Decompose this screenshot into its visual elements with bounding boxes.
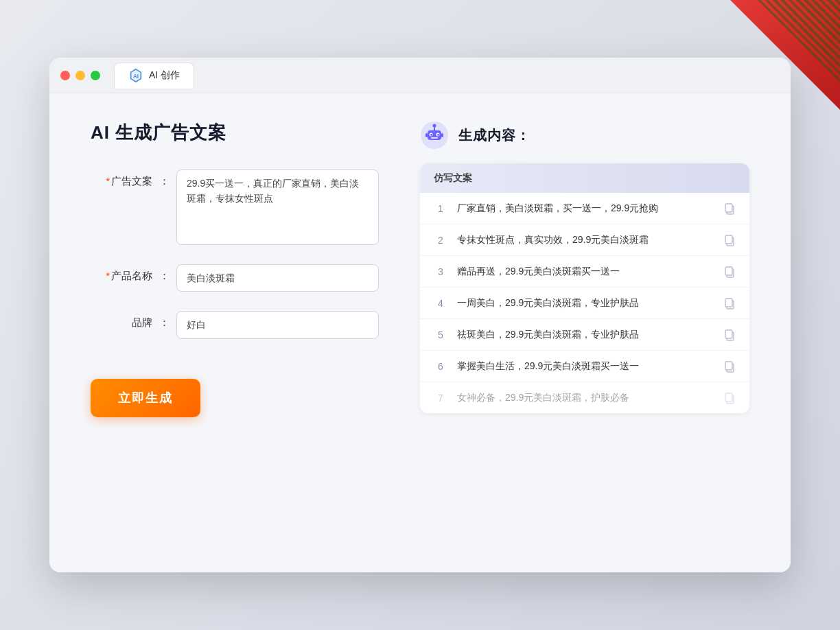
- minimize-button[interactable]: [75, 71, 85, 80]
- row-text: 赠品再送，29.9元美白淡斑霜买一送一: [457, 264, 714, 279]
- table-rows-container: 1 厂家直销，美白淡斑霜，买一送一，29.9元抢购 2 专抹女性斑点，真实功效，…: [420, 193, 749, 413]
- svg-rect-14: [725, 204, 732, 212]
- svg-rect-26: [725, 393, 732, 401]
- copy-icon[interactable]: [723, 360, 736, 373]
- svg-rect-24: [725, 362, 732, 370]
- svg-point-5: [433, 124, 436, 128]
- titlebar: AI AI 创作: [49, 58, 791, 93]
- product-name-group: *产品名称 ：: [91, 264, 379, 292]
- svg-rect-18: [725, 267, 732, 275]
- product-required: *: [106, 270, 110, 281]
- table-row: 5 祛斑美白，29.9元美白淡斑霜，专业护肤品: [420, 319, 749, 351]
- result-title: 生成内容：: [458, 126, 530, 145]
- table-row: 7 女神必备，29.9元美白淡斑霜，护肤必备: [420, 382, 749, 413]
- ad-copy-required: *: [106, 175, 110, 187]
- table-row: 2 专抹女性斑点，真实功效，29.9元美白淡斑霜: [420, 224, 749, 256]
- table-row: 4 一周美白，29.9元美白淡斑霜，专业护肤品: [420, 288, 749, 319]
- table-row: 3 赠品再送，29.9元美白淡斑霜买一送一: [420, 256, 749, 288]
- svg-rect-16: [725, 235, 732, 244]
- brand-group: 品牌 ：: [91, 311, 379, 338]
- bot-icon: [420, 121, 449, 150]
- table-header-label: 仿写文案: [434, 172, 472, 183]
- ad-copy-input[interactable]: [176, 170, 379, 245]
- brand-colon: ：: [159, 311, 170, 329]
- brand-input[interactable]: [176, 311, 379, 338]
- browser-window: AI AI 创作 AI 生成广告文案 *广告文案 ： *产品名称 ：: [49, 58, 791, 572]
- product-colon: ：: [159, 264, 170, 283]
- brand-label: 品牌: [91, 311, 152, 329]
- main-content: AI 生成广告文案 *广告文案 ： *产品名称 ： 品牌 ：: [49, 93, 791, 572]
- row-number: 4: [434, 298, 447, 309]
- row-text: 一周美白，29.9元美白淡斑霜，专业护肤品: [457, 296, 714, 310]
- ad-copy-label: *广告文案: [91, 170, 152, 188]
- copy-icon[interactable]: [723, 202, 736, 215]
- row-text: 祛斑美白，29.9元美白淡斑霜，专业护肤品: [457, 327, 714, 342]
- result-header: 生成内容：: [420, 121, 749, 150]
- generate-button[interactable]: 立即生成: [91, 379, 200, 417]
- svg-rect-20: [725, 299, 732, 307]
- left-panel: AI 生成广告文案 *广告文案 ： *产品名称 ： 品牌 ：: [91, 121, 379, 545]
- row-text: 专抹女性斑点，真实功效，29.9元美白淡斑霜: [457, 233, 714, 247]
- copy-icon[interactable]: [723, 266, 736, 278]
- table-header: 仿写文案: [420, 163, 749, 193]
- copy-icon[interactable]: [723, 297, 736, 310]
- copy-icon[interactable]: [723, 234, 736, 246]
- svg-point-8: [430, 134, 432, 135]
- svg-rect-12: [441, 133, 443, 137]
- ai-tab-icon: AI: [128, 68, 143, 83]
- row-number: 6: [434, 361, 447, 372]
- table-row: 6 掌握美白生活，29.9元美白淡斑霜买一送一: [420, 351, 749, 382]
- tab-label: AI 创作: [149, 69, 180, 82]
- result-table: 仿写文案 1 厂家直销，美白淡斑霜，买一送一，29.9元抢购 2 专抹女性斑点，…: [420, 163, 749, 413]
- copy-icon[interactable]: [723, 329, 736, 341]
- row-number: 2: [434, 235, 447, 246]
- traffic-lights: [60, 71, 100, 80]
- row-text: 女神必备，29.9元美白淡斑霜，护肤必备: [457, 390, 714, 405]
- maximize-button[interactable]: [91, 71, 100, 80]
- product-input[interactable]: [176, 264, 379, 292]
- svg-rect-22: [725, 330, 732, 338]
- row-number: 3: [434, 266, 447, 277]
- ad-copy-colon: ：: [159, 170, 170, 188]
- ad-copy-group: *广告文案 ：: [91, 170, 379, 245]
- svg-rect-11: [425, 133, 428, 137]
- page-title: AI 生成广告文案: [91, 121, 379, 145]
- row-text: 厂家直销，美白淡斑霜，买一送一，29.9元抢购: [457, 201, 714, 215]
- row-number: 5: [434, 329, 447, 340]
- product-label: *产品名称: [91, 264, 152, 283]
- row-number: 7: [434, 393, 447, 404]
- svg-rect-10: [431, 137, 438, 139]
- row-text: 掌握美白生活，29.9元美白淡斑霜买一送一: [457, 359, 714, 373]
- table-row: 1 厂家直销，美白淡斑霜，买一送一，29.9元抢购: [420, 193, 749, 224]
- svg-text:AI: AI: [133, 73, 139, 80]
- right-panel: 生成内容： 仿写文案 1 厂家直销，美白淡斑霜，买一送一，29.9元抢购 2 专…: [420, 121, 749, 545]
- close-button[interactable]: [60, 71, 70, 80]
- tab-ai-creation[interactable]: AI AI 创作: [114, 62, 194, 89]
- svg-point-9: [437, 134, 439, 135]
- copy-icon[interactable]: [723, 392, 736, 404]
- row-number: 1: [434, 203, 447, 214]
